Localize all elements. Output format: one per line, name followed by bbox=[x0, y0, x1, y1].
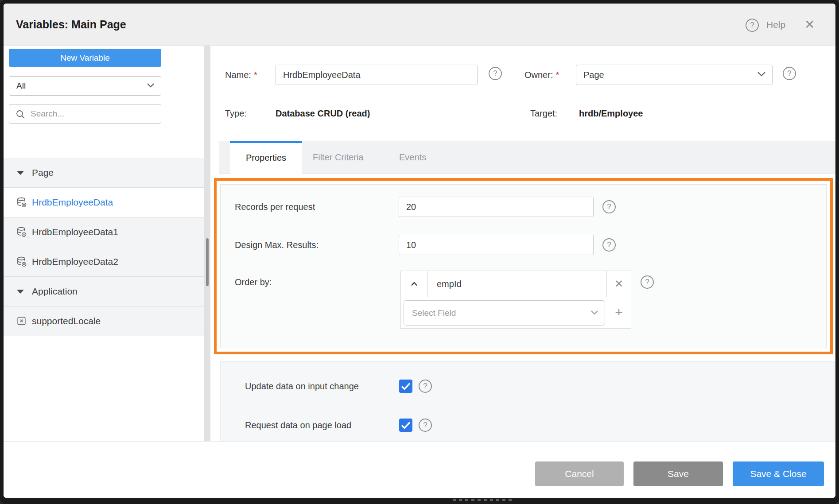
owner-help-icon[interactable]: ? bbox=[783, 67, 796, 80]
owner-select[interactable]: Page bbox=[576, 65, 773, 85]
target-label: Target: bbox=[530, 107, 557, 120]
tree-item-supportedlocale[interactable]: supportedLocale bbox=[4, 306, 204, 336]
variables-dialog: Variables: Main Page ? Help ✕ New Variab… bbox=[4, 4, 835, 498]
required-asterisk: * bbox=[555, 70, 559, 80]
string-variable-icon bbox=[16, 315, 27, 328]
chevron-down-icon bbox=[147, 82, 155, 90]
chevron-up-icon bbox=[411, 280, 418, 288]
select-field-dropdown[interactable]: Select Field bbox=[404, 300, 605, 326]
update-data-help-icon[interactable]: ? bbox=[419, 380, 432, 393]
tab-properties[interactable]: Properties bbox=[230, 141, 302, 174]
order-by-label: Order by: bbox=[235, 272, 272, 292]
type-value: Database CRUD (read) bbox=[276, 107, 370, 120]
design-max-results-input[interactable] bbox=[399, 235, 594, 255]
dialog-title: Variables: Main Page bbox=[16, 4, 126, 46]
order-by-help-icon[interactable]: ? bbox=[641, 275, 654, 289]
dialog-header: Variables: Main Page ? Help ✕ bbox=[4, 4, 835, 46]
screenshot-frame: Variables: Main Page ? Help ✕ New Variab… bbox=[0, 0, 839, 504]
variable-filter-value: All bbox=[16, 77, 26, 95]
save-and-close-button[interactable]: Save & Close bbox=[733, 461, 824, 486]
tree-item-hrdbemployeedata1[interactable]: HrdbEmployeeData1 bbox=[4, 217, 204, 247]
database-variable-icon bbox=[16, 226, 27, 240]
tree-section-application[interactable]: Application bbox=[4, 277, 204, 306]
chevron-down-icon bbox=[757, 71, 766, 79]
add-sort-field-button[interactable]: + bbox=[607, 297, 631, 328]
tree-item-hrdbemployeedata2[interactable]: HrdbEmployeeData2 bbox=[4, 247, 204, 277]
clipped-background-text bbox=[453, 499, 515, 501]
order-by-field[interactable]: empId bbox=[428, 271, 607, 297]
tree-section-page[interactable]: Page bbox=[4, 158, 204, 188]
tab-events[interactable]: Events bbox=[399, 141, 426, 174]
variable-search bbox=[9, 104, 161, 124]
scrollbar-thumb[interactable] bbox=[206, 238, 209, 286]
select-field-cell: Select Field bbox=[401, 297, 607, 328]
request-data-checkbox[interactable] bbox=[399, 419, 412, 432]
design-help-icon[interactable]: ? bbox=[602, 238, 616, 252]
chevron-down-icon bbox=[590, 309, 598, 317]
search-icon bbox=[16, 109, 25, 119]
type-label: Type: bbox=[225, 107, 247, 120]
sort-direction-button[interactable] bbox=[401, 271, 428, 297]
close-icon[interactable]: ✕ bbox=[804, 4, 815, 46]
request-data-label: Request data on page load bbox=[245, 419, 351, 432]
check-icon bbox=[401, 382, 411, 390]
help-icon[interactable]: ? bbox=[746, 19, 759, 32]
cancel-button[interactable]: Cancel bbox=[535, 461, 624, 486]
request-data-help-icon[interactable]: ? bbox=[419, 419, 432, 432]
search-input[interactable] bbox=[30, 105, 158, 123]
triangle-down-icon bbox=[17, 290, 24, 294]
target-value: hrdb/Employee bbox=[579, 107, 643, 120]
name-input[interactable] bbox=[276, 65, 478, 85]
select-field-placeholder: Select Field bbox=[412, 301, 456, 325]
remove-sort-field-button[interactable]: ✕ bbox=[607, 271, 631, 297]
save-button[interactable]: Save bbox=[633, 461, 723, 486]
help-link[interactable]: Help bbox=[766, 4, 785, 46]
variable-filter-select[interactable]: All bbox=[9, 76, 161, 96]
name-help-icon[interactable]: ? bbox=[489, 67, 502, 80]
order-by-editor: empId ✕ Select Field + bbox=[400, 271, 631, 329]
required-asterisk: * bbox=[254, 70, 257, 80]
tree-item-hrdbemployeedata[interactable]: HrdbEmployeeData bbox=[4, 188, 204, 217]
tab-filter-criteria[interactable]: Filter Criteria bbox=[313, 141, 363, 174]
update-data-label: Update data on input change bbox=[245, 380, 359, 393]
check-icon bbox=[401, 421, 411, 429]
records-per-request-input[interactable] bbox=[399, 197, 594, 217]
owner-value: Page bbox=[583, 65, 604, 85]
design-max-results-label: Design Max. Results: bbox=[235, 235, 319, 255]
name-label: Name:* bbox=[225, 65, 257, 85]
database-variable-icon bbox=[16, 197, 27, 210]
update-data-checkbox[interactable] bbox=[399, 380, 412, 393]
records-per-request-label: Records per request bbox=[235, 197, 315, 217]
records-help-icon[interactable]: ? bbox=[602, 200, 616, 213]
triangle-down-icon bbox=[17, 171, 24, 175]
new-variable-button[interactable]: New Variable bbox=[9, 49, 161, 67]
owner-label: Owner:* bbox=[524, 65, 559, 85]
database-variable-icon bbox=[16, 256, 27, 269]
tab-bar: Filter Criteria Events bbox=[219, 141, 835, 174]
